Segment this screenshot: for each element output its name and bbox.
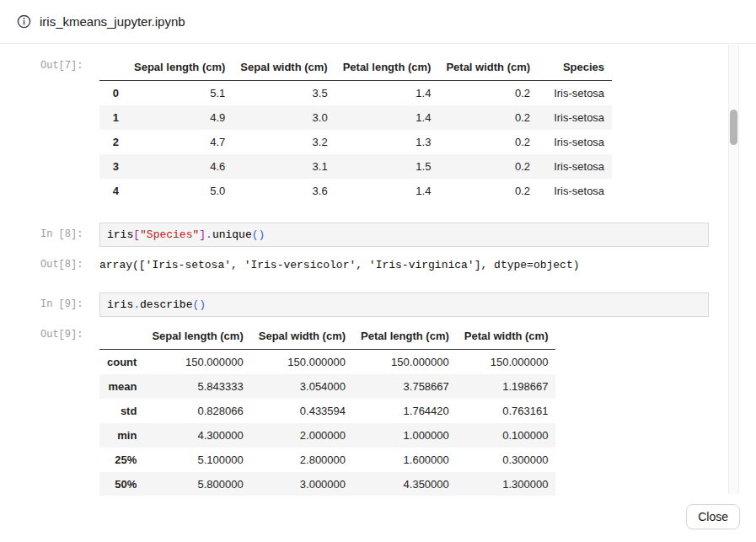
table-cell: 3.1 (233, 154, 335, 179)
table-cell: 5.1 (126, 81, 233, 106)
table-cell: 0.300000 (457, 448, 556, 472)
column-header: Petal width (cm) (438, 54, 538, 81)
code-token: ( (252, 228, 259, 241)
table-cell: 0.433594 (251, 399, 353, 423)
column-header: Species (538, 54, 612, 81)
table-cell: 3.0 (233, 105, 335, 130)
code-token: . (206, 228, 212, 241)
code-token: ) (199, 298, 206, 311)
table-cell: 0.100000 (457, 423, 556, 448)
table-cell: 1.198667 (457, 374, 556, 399)
code-token: "Species" (140, 228, 199, 241)
table-row: mean5.8433333.0540003.7586671.198667 (99, 374, 555, 399)
table-cell: 1.764420 (353, 399, 457, 423)
table-cell: 2.800000 (251, 448, 353, 472)
code-token: ) (259, 228, 265, 241)
table-cell: 150.000000 (353, 350, 457, 375)
table-row: 24.73.21.30.2Iris-setosa (99, 130, 612, 154)
scrollbar-track[interactable] (728, 45, 739, 494)
code-token: unique (212, 228, 252, 241)
table-cell: 0.2 (438, 179, 538, 203)
row-index: 2 (99, 130, 126, 154)
table-header-row: Sepal length (cm)Sepal width (cm)Petal l… (99, 54, 612, 81)
column-header: Petal length (cm) (335, 54, 439, 81)
table-cell: 150.000000 (251, 350, 353, 375)
table-cell: 0.763161 (457, 399, 556, 423)
table-cell: 0.2 (438, 154, 538, 179)
code-token: describe (140, 298, 192, 311)
out8-cell: Out[8]:array(['Iris-setosa', 'Iris-versi… (40, 253, 756, 271)
in8-prompt: In [8]: (40, 223, 99, 240)
row-index: mean (99, 374, 144, 399)
table-cell: Iris-setosa (538, 154, 612, 179)
info-icon (17, 14, 31, 29)
row-index: 50% (99, 472, 144, 496)
file-title: iris_kmeans_jupyter.ipynb (40, 14, 185, 29)
out8-content: array(['Iris-setosa', 'Iris-versicolor',… (99, 253, 756, 271)
table-cell: 150.000000 (457, 350, 556, 375)
table-cell: 5.0 (126, 179, 233, 203)
table-cell: 1.300000 (457, 472, 556, 496)
out8-text: array(['Iris-setosa', 'Iris-versicolor',… (99, 253, 756, 271)
table-cell: 150.000000 (144, 350, 250, 375)
row-index: min (99, 423, 144, 448)
out7-cell: Out[7]:Sepal length (cm)Sepal width (cm)… (40, 54, 756, 203)
row-index: 1 (99, 105, 126, 130)
table-row: 14.93.01.40.2Iris-setosa (99, 105, 612, 130)
column-header: Sepal width (cm) (251, 323, 353, 350)
row-index: count (99, 350, 144, 375)
table-row: 45.03.61.40.2Iris-setosa (99, 179, 612, 203)
table-cell: 3.5 (233, 81, 335, 106)
code-token: iris (107, 298, 133, 311)
out7-prompt: Out[7]: (40, 54, 99, 72)
code-token: iris (107, 228, 133, 241)
out8-prompt: Out[8]: (40, 253, 99, 271)
table-cell: 3.758667 (353, 374, 457, 399)
column-header: Petal length (cm) (353, 323, 457, 350)
table-cell: 4.300000 (144, 423, 250, 448)
table-cell: 0.2 (438, 81, 538, 106)
table-cell: 4.350000 (353, 472, 457, 496)
table-cell: Iris-setosa (538, 105, 612, 130)
table-row: 05.13.51.40.2Iris-setosa (99, 81, 612, 106)
row-index: 25% (99, 448, 144, 472)
table-row: 34.63.11.50.2Iris-setosa (99, 154, 612, 179)
out7-table: Sepal length (cm)Sepal width (cm)Petal l… (99, 54, 612, 203)
column-header: Sepal width (cm) (233, 54, 335, 81)
table-cell: 5.843333 (144, 374, 250, 399)
in8-cell: In [8]:iris["Species"].unique() (40, 223, 756, 247)
in8-code: iris["Species"].unique() (99, 223, 709, 247)
in9-cell: In [9]:iris.describe() (40, 292, 756, 317)
out9-cell: Out[9]:Sepal length (cm)Sepal width (cm)… (40, 323, 756, 496)
table-cell: 1.4 (335, 105, 439, 130)
scrollbar-thumb[interactable] (730, 110, 737, 145)
in9-code: iris.describe() (99, 292, 709, 317)
code-token: ] (199, 228, 206, 241)
table-cell: 1.4 (335, 179, 439, 203)
code-token: . (133, 298, 140, 311)
out9-table: Sepal length (cm)Sepal width (cm)Petal l… (99, 323, 555, 496)
out7-content: Sepal length (cm)Sepal width (cm)Petal l… (99, 54, 756, 203)
table-cell: 1.000000 (353, 423, 457, 448)
column-header (99, 323, 144, 350)
table-cell: 1.4 (335, 81, 439, 106)
out9-content: Sepal length (cm)Sepal width (cm)Petal l… (99, 323, 756, 496)
notebook-preview: Out[7]:Sepal length (cm)Sepal width (cm)… (0, 45, 756, 496)
notebook-cells: Out[7]:Sepal length (cm)Sepal width (cm)… (40, 54, 756, 496)
column-header: Petal width (cm) (457, 323, 556, 350)
table-cell: 1.5 (335, 154, 439, 179)
table-cell: Iris-setosa (538, 179, 612, 203)
dialog-header: iris_kmeans_jupyter.ipynb (0, 0, 756, 44)
in9-prompt: In [9]: (40, 292, 99, 310)
row-index: 3 (99, 154, 126, 179)
table-cell: 2.000000 (251, 423, 353, 448)
table-cell: Iris-setosa (538, 81, 612, 106)
row-index: 4 (99, 179, 126, 203)
close-button[interactable]: Close (686, 504, 740, 529)
table-cell: 3.054000 (251, 374, 353, 399)
table-row: min4.3000002.0000001.0000000.100000 (99, 423, 555, 448)
column-header (99, 54, 126, 81)
table-row: count150.000000150.000000150.000000150.0… (99, 350, 555, 375)
table-cell: 0.2 (438, 105, 538, 130)
table-cell: 1.3 (335, 130, 439, 154)
